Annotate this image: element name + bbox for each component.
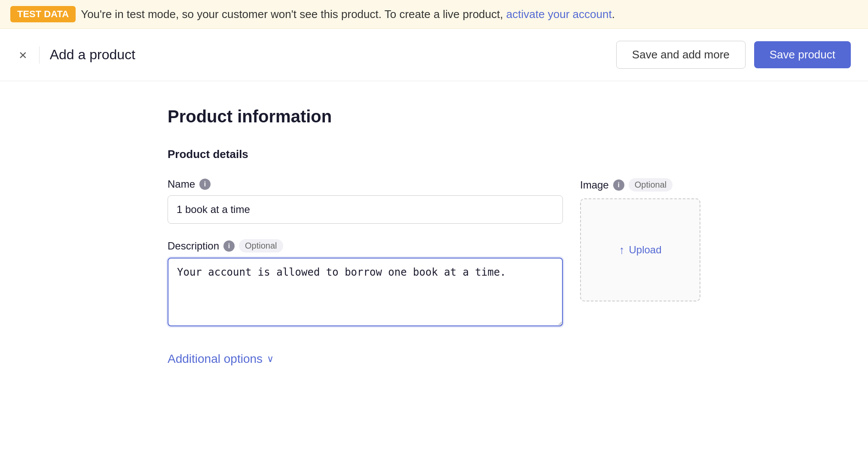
banner-message: You're in test mode, so your customer wo… [81,8,615,21]
nav-left: × Add a product [17,46,135,64]
main-content: Product information Product details Name… [133,81,735,392]
name-input[interactable] [168,195,563,224]
chevron-down-icon: ∨ [267,353,274,365]
description-info-icon[interactable]: i [223,240,235,252]
image-info-icon[interactable]: i [613,179,624,191]
image-label: Image i Optional [580,178,700,192]
top-nav: × Add a product Save and add more Save p… [0,29,868,81]
upload-button[interactable]: ↑ Upload [619,243,661,257]
test-banner: TEST DATA You're in test mode, so your c… [0,0,868,29]
form-grid: Name i Description i Optional Your accou… [168,178,700,366]
name-info-icon[interactable]: i [199,179,211,190]
test-data-badge: TEST DATA [10,6,76,22]
page-title: Add a product [50,47,135,63]
save-product-button[interactable]: Save product [754,41,851,68]
activate-account-link[interactable]: activate your account [506,8,612,21]
additional-options-label: Additional options [168,352,263,366]
image-upload-area[interactable]: ↑ Upload [580,198,700,301]
image-section: Image i Optional ↑ Upload [580,178,700,301]
save-and-add-more-button[interactable]: Save and add more [616,41,746,69]
additional-options-button[interactable]: Additional options ∨ [168,352,563,366]
image-optional-badge: Optional [629,178,673,192]
name-field: Name i [168,178,563,224]
description-label: Description i Optional [168,239,563,252]
close-button[interactable]: × [17,46,29,64]
name-label: Name i [168,178,563,190]
description-input[interactable]: Your account is allowed to borrow one bo… [168,258,563,326]
description-field: Description i Optional Your account is a… [168,239,563,328]
section-title: Product information [168,107,700,126]
nav-divider [39,46,40,64]
description-optional-badge: Optional [239,239,283,252]
nav-right: Save and add more Save product [616,41,851,69]
form-left: Name i Description i Optional Your accou… [168,178,563,366]
upload-arrow-icon: ↑ [619,243,624,257]
product-details-label: Product details [168,148,700,161]
upload-label: Upload [629,244,661,256]
